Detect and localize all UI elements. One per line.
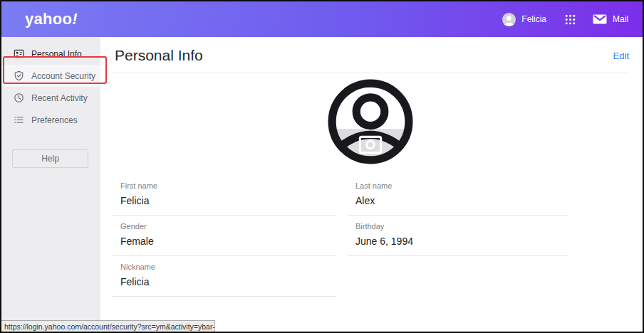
edit-link[interactable]: Edit [613,51,629,61]
field-label: First name [120,181,336,191]
main-header: Personal Info Edit [112,37,629,73]
mail-envelope-icon [593,14,607,24]
page-title: Personal Info [115,47,203,64]
yahoo-logo[interactable]: yahoo! [25,10,78,28]
shield-check-icon [14,70,24,81]
profile-photo-placeholder[interactable] [112,78,629,165]
field-birthday: Birthday June 6, 1994 [348,216,568,256]
browser-status-bar: https://login.yahoo.com/account/security… [1,320,215,332]
profile-photo-icon [327,78,414,165]
apps-grid-icon[interactable] [565,14,576,25]
main-content: Personal Info Edit First name [100,37,643,332]
list-icon [14,115,24,125]
top-bar: yahoo! Felicia [1,1,643,37]
field-value: Felicia [120,276,336,287]
sidebar-item-label: Preferences [31,115,78,125]
field-value: Female [120,236,336,247]
sidebar-item-label: Personal Info [31,49,82,59]
logo-exclamation: ! [72,10,78,28]
field-value: Alex [355,195,568,206]
user-name: Felicia [521,14,546,24]
sidebar: Personal Info Account Security Recent Ac… [1,37,100,332]
field-value: Felicia [120,195,336,206]
help-button[interactable]: Help [12,149,88,168]
sidebar-item-label: Account Security [31,71,95,81]
sidebar-item-personal-info[interactable]: Personal Info [1,43,100,65]
field-gender: Gender Female [113,216,336,256]
logo-text: yahoo [25,10,72,28]
user-avatar-icon [502,13,516,26]
field-label: Birthday [355,222,568,231]
field-label: Nickname [120,263,336,272]
mail-label: Mail [613,14,628,24]
personal-info-fields: First name Felicia Last name Alex Gender… [113,175,629,297]
field-label: Last name [355,181,568,191]
sidebar-item-preferences[interactable]: Preferences [1,109,100,131]
profile-menu[interactable]: Felicia [502,13,546,26]
contact-card-icon [14,48,24,59]
field-value: June 6, 1994 [355,236,568,247]
sidebar-item-account-security[interactable]: Account Security [1,65,100,87]
app-window: yahoo! Felicia [0,0,644,333]
field-label: Gender [120,222,336,231]
sidebar-item-label: Recent Activity [31,93,88,103]
field-last-name: Last name Alex [348,175,568,216]
field-first-name: First name Felicia [113,175,336,216]
top-bar-right: Felicia Mail [502,13,628,26]
sidebar-item-recent-activity[interactable]: Recent Activity [1,87,100,109]
field-nickname: Nickname Felicia [113,256,336,297]
mail-button[interactable]: Mail [593,14,628,24]
status-url: https://login.yahoo.com/account/security… [4,322,215,331]
clock-icon [14,92,24,103]
